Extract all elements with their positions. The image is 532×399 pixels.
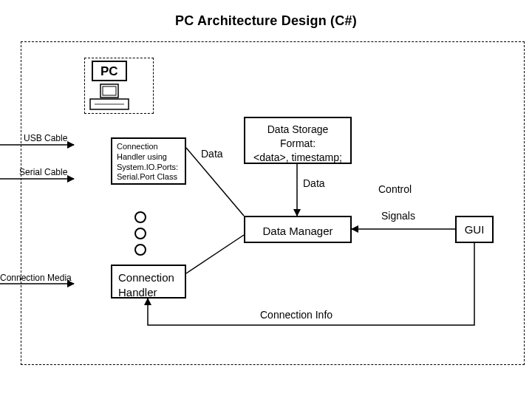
gui-text: GUI — [457, 217, 492, 236]
data-manager-text: Data Manager — [245, 217, 350, 239]
edge-label-data-1: Data — [201, 148, 223, 160]
ellipsis-dot — [134, 211, 146, 223]
diagram-title: PC Architecture Design (C#) — [0, 13, 532, 29]
data-storage-box: Data Storage Format: <data>, timestamp; — [244, 117, 352, 164]
gui-box: GUI — [455, 216, 494, 243]
serial-cable-label: Serial Cable — [19, 167, 67, 177]
ellipsis-dot — [134, 228, 146, 239]
pc-label-box: PC — [92, 61, 127, 81]
edge-label-conn-info: Connection Info — [260, 309, 332, 321]
edge-label-control: Control — [378, 183, 412, 195]
connection-media-label: Connection Media — [0, 273, 72, 283]
data-manager-box: Data Manager — [244, 216, 352, 243]
edge-label-data-2: Data — [303, 177, 325, 189]
usb-cable-label: USB Cable — [24, 133, 67, 143]
connection-handler-text: Connection Handler using System.IO.Ports… — [112, 139, 185, 185]
data-storage-text: Data Storage Format: <data>, timestamp; — [245, 118, 350, 165]
ellipsis-dot — [134, 244, 146, 256]
edge-label-signals: Signals — [381, 210, 415, 222]
pc-label: PC — [100, 64, 118, 79]
connection-handler2-text: Connection Handler — [112, 266, 185, 304]
diagram-root: PC Architecture Design (C#) PC USB Cable… — [0, 0, 532, 399]
connection-handler2-box: Connection Handler — [111, 265, 186, 299]
connection-handler-box: Connection Handler using System.IO.Ports… — [111, 137, 186, 185]
